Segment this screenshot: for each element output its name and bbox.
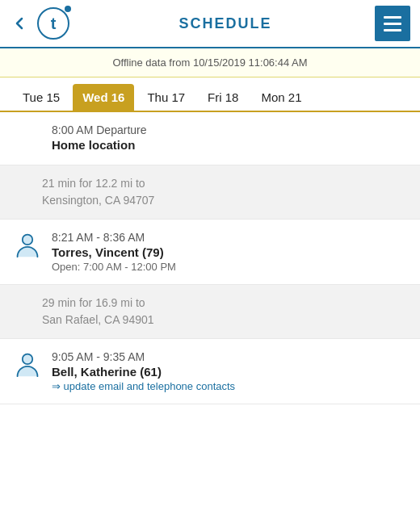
departure-icon-space	[13, 123, 42, 153]
travel-row-1: 21 min for 12.2 mi to Kensington, CA 947…	[0, 165, 420, 220]
app-header: t SCHEDULE	[0, 0, 420, 48]
offline-banner: Offline data from 10/15/2019 11:06:44 AM	[0, 48, 420, 77]
departure-time: 8:00 AM Departure	[52, 123, 407, 136]
torres-content: 8:21 AM - 8:36 AM Torres, Vincent (79) O…	[52, 231, 407, 273]
person-icon-torres	[13, 231, 42, 260]
travel-text-2: 29 min for 16.9 mi to San Rafael, CA 949…	[42, 295, 154, 329]
travel-row-2: 29 min for 16.9 mi to San Rafael, CA 949…	[0, 285, 420, 339]
person-icon-bell	[13, 350, 42, 379]
bell-time: 9:05 AM - 9:35 AM	[52, 350, 407, 363]
logo-dot	[65, 6, 71, 12]
back-button[interactable]	[10, 14, 29, 33]
tab-wed16[interactable]: Wed 16	[73, 84, 134, 111]
menu-button[interactable]	[375, 6, 410, 41]
page-title: SCHEDULE	[76, 15, 375, 32]
torres-time: 8:21 AM - 8:36 AM	[52, 231, 407, 244]
svg-point-1	[23, 354, 32, 364]
logo-letter: t	[51, 15, 57, 33]
day-tabs: Tue 15 Wed 16 Thu 17 Fri 18 Mon 21	[0, 77, 420, 112]
tab-mon21[interactable]: Mon 21	[251, 84, 311, 111]
tab-fri18[interactable]: Fri 18	[198, 84, 248, 111]
tab-thu17[interactable]: Thu 17	[137, 84, 195, 111]
svg-point-0	[23, 235, 32, 245]
hamburger-icon	[384, 16, 401, 19]
travel-text-1: 21 min for 12.2 mi to Kensington, CA 947…	[42, 175, 154, 209]
visit-row-torres[interactable]: 8:21 AM - 8:36 AM Torres, Vincent (79) O…	[0, 220, 420, 285]
offline-banner-text: Offline data from 10/15/2019 11:06:44 AM	[112, 57, 307, 69]
bell-content: 9:05 AM - 9:35 AM Bell, Katherine (61) ⇒…	[52, 350, 407, 392]
hamburger-icon	[384, 23, 401, 25]
bell-name: Bell, Katherine (61)	[52, 365, 407, 379]
torres-name: Torres, Vincent (79)	[52, 245, 407, 259]
departure-content: 8:00 AM Departure Home location	[52, 123, 407, 153]
app-logo: t	[37, 7, 69, 40]
visit-row-bell[interactable]: 9:05 AM - 9:35 AM Bell, Katherine (61) ⇒…	[0, 339, 420, 404]
departure-row[interactable]: 8:00 AM Departure Home location	[0, 112, 420, 165]
tab-tue15[interactable]: Tue 15	[13, 84, 69, 111]
schedule-list: 8:00 AM Departure Home location 21 min f…	[0, 112, 420, 404]
departure-name: Home location	[52, 138, 407, 152]
torres-open: Open: 7:00 AM - 12:00 PM	[52, 261, 407, 273]
bell-note[interactable]: ⇒ update email and telephone contacts	[52, 380, 407, 392]
hamburger-icon	[384, 29, 401, 31]
